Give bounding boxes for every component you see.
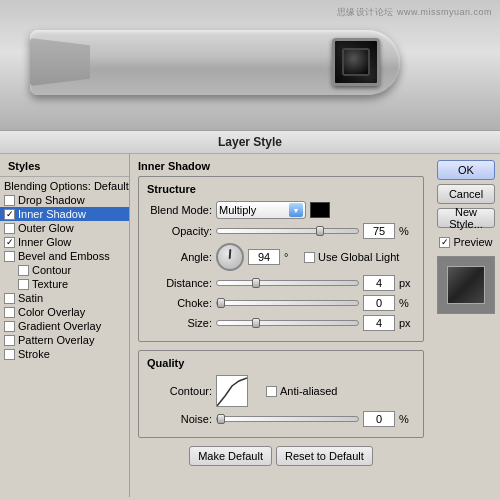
size-unit: px [399, 317, 415, 329]
inner-shadow-item[interactable]: Inner Shadow [0, 207, 129, 221]
inner-shadow-label: Inner Shadow [18, 208, 86, 220]
noise-slider[interactable] [216, 416, 359, 422]
angle-unit: ° [284, 251, 300, 263]
choke-input[interactable]: 0 [363, 295, 395, 311]
dialog-body: Styles Blending Options: Default Drop Sh… [0, 154, 500, 497]
angle-label: Angle: [147, 251, 212, 263]
structure-title: Structure [147, 183, 415, 195]
use-global-light-label[interactable]: Use Global Light [304, 251, 399, 263]
bevel-emboss-checkbox[interactable] [4, 251, 15, 262]
choke-label: Choke: [147, 297, 212, 309]
opacity-thumb [316, 226, 324, 236]
noise-unit: % [399, 413, 415, 425]
preview-checkbox[interactable] [439, 237, 450, 248]
anti-aliased-text: Anti-aliased [280, 385, 337, 397]
layer-style-dialog: Layer Style Styles Blending Options: Def… [0, 130, 500, 500]
outer-glow-label: Outer Glow [18, 222, 74, 234]
stroke-item[interactable]: Stroke [0, 347, 129, 361]
texture-label: Texture [32, 278, 68, 290]
stroke-label: Stroke [18, 348, 50, 360]
angle-input[interactable]: 94 [248, 249, 280, 265]
gradient-overlay-checkbox[interactable] [4, 321, 15, 332]
bevel-emboss-item[interactable]: Bevel and Emboss [0, 249, 129, 263]
opacity-row: Opacity: 75 % [147, 223, 415, 239]
gradient-overlay-item[interactable]: Gradient Overlay [0, 319, 129, 333]
contour-svg [217, 376, 247, 406]
texture-item[interactable]: Texture [0, 277, 129, 291]
inner-glow-label: Inner Glow [18, 236, 71, 248]
preview-label[interactable]: Preview [439, 236, 492, 248]
contour-thumbnail[interactable] [216, 375, 248, 407]
bottom-buttons: Make Default Reset to Default [138, 446, 424, 466]
pattern-overlay-checkbox[interactable] [4, 335, 15, 346]
blending-options-item[interactable]: Blending Options: Default [0, 179, 129, 193]
device-notch [30, 38, 90, 86]
color-overlay-item[interactable]: Color Overlay [0, 305, 129, 319]
new-style-button[interactable]: New Style... [437, 208, 495, 228]
noise-thumb [217, 414, 225, 424]
blend-color-swatch[interactable] [310, 202, 330, 218]
preview-image-area: 思缘设计论坛 www.missmyuan.com [0, 0, 500, 130]
noise-input[interactable]: 0 [363, 411, 395, 427]
cancel-button[interactable]: Cancel [437, 184, 495, 204]
pattern-overlay-item[interactable]: Pattern Overlay [0, 333, 129, 347]
global-light-checkbox[interactable] [304, 252, 315, 263]
choke-slider-container [216, 300, 359, 306]
device-lens-inner [342, 48, 370, 76]
satin-checkbox[interactable] [4, 293, 15, 304]
outer-glow-item[interactable]: Outer Glow [0, 221, 129, 235]
size-input[interactable]: 4 [363, 315, 395, 331]
anti-aliased-checkbox[interactable] [266, 386, 277, 397]
preview-box [437, 256, 495, 314]
size-row: Size: 4 px [147, 315, 415, 331]
contour-label: Contour [32, 264, 71, 276]
inner-glow-checkbox[interactable] [4, 237, 15, 248]
device-lens [332, 38, 380, 86]
watermark: 思缘设计论坛 www.missmyuan.com [337, 6, 492, 19]
outer-glow-checkbox[interactable] [4, 223, 15, 234]
drop-shadow-checkbox[interactable] [4, 195, 15, 206]
bevel-emboss-label: Bevel and Emboss [18, 250, 110, 262]
distance-slider-container [216, 280, 359, 286]
contour-row-label: Contour: [147, 385, 212, 397]
texture-checkbox[interactable] [18, 279, 29, 290]
satin-item[interactable]: Satin [0, 291, 129, 305]
make-default-button[interactable]: Make Default [189, 446, 272, 466]
anti-aliased-label[interactable]: Anti-aliased [266, 385, 337, 397]
opacity-input[interactable]: 75 [363, 223, 395, 239]
quality-title: Quality [147, 357, 415, 369]
gradient-overlay-label: Gradient Overlay [18, 320, 101, 332]
blend-mode-label: Blend Mode: [147, 204, 212, 216]
opacity-slider[interactable] [216, 228, 359, 234]
distance-input[interactable]: 4 [363, 275, 395, 291]
ok-button[interactable]: OK [437, 160, 495, 180]
contour-row: Contour: Anti-aliased [147, 375, 415, 407]
opacity-slider-container [216, 228, 359, 234]
contour-item[interactable]: Contour [0, 263, 129, 277]
angle-knob-line [229, 249, 232, 259]
choke-thumb [217, 298, 225, 308]
distance-slider[interactable] [216, 280, 359, 286]
drop-shadow-item[interactable]: Drop Shadow [0, 193, 129, 207]
angle-knob[interactable] [216, 243, 244, 271]
contour-checkbox[interactable] [18, 265, 29, 276]
distance-thumb [252, 278, 260, 288]
select-arrow-icon: ▼ [289, 203, 303, 217]
inner-shadow-checkbox[interactable] [4, 209, 15, 220]
angle-row: Angle: 94 ° Use Global Light [147, 243, 415, 271]
structure-section: Structure Blend Mode: Multiply ▼ Opacity… [138, 176, 424, 342]
choke-slider[interactable] [216, 300, 359, 306]
size-label: Size: [147, 317, 212, 329]
blend-mode-select[interactable]: Multiply ▼ [216, 201, 306, 219]
size-slider-container [216, 320, 359, 326]
inner-glow-item[interactable]: Inner Glow [0, 235, 129, 249]
color-overlay-checkbox[interactable] [4, 307, 15, 318]
reset-to-default-button[interactable]: Reset to Default [276, 446, 373, 466]
blend-mode-row: Blend Mode: Multiply ▼ [147, 201, 415, 219]
stroke-checkbox[interactable] [4, 349, 15, 360]
size-slider[interactable] [216, 320, 359, 326]
styles-panel: Styles Blending Options: Default Drop Sh… [0, 154, 130, 497]
action-buttons-panel: OK Cancel New Style... Preview [432, 154, 500, 497]
blend-mode-value: Multiply [219, 204, 289, 216]
noise-label: Noise: [147, 413, 212, 425]
